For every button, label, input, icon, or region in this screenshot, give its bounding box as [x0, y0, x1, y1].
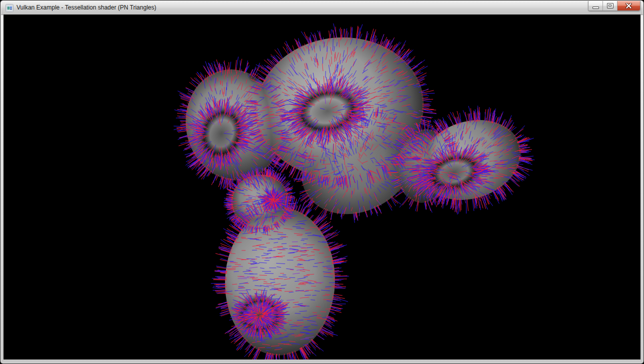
app-icon: [6, 4, 14, 12]
render-viewport[interactable]: [4, 14, 640, 360]
maximize-icon: [607, 3, 614, 8]
close-button[interactable]: [617, 1, 640, 10]
scene-canvas: [4, 14, 640, 360]
titlebar[interactable]: Vulkan Example - Tessellation shader (PN…: [1, 1, 643, 15]
window-controls: [588, 1, 640, 11]
minimize-icon: [592, 6, 599, 9]
window-title: Vulkan Example - Tessellation shader (PN…: [16, 1, 156, 14]
maximize-button[interactable]: [602, 1, 617, 10]
close-icon: [626, 3, 632, 8]
app-window: Vulkan Example - Tessellation shader (PN…: [0, 0, 644, 364]
minimize-button[interactable]: [588, 1, 602, 10]
